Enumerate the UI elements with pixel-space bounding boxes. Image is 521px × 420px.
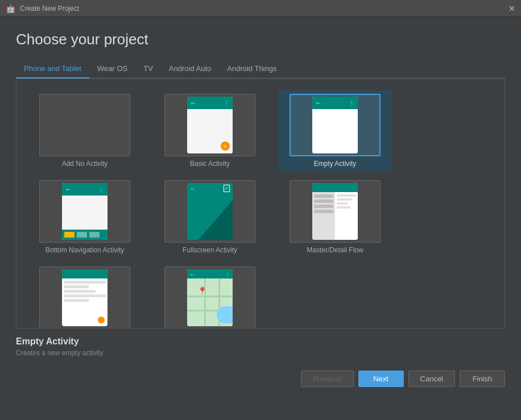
tab-android-auto[interactable]: Android Auto <box>161 60 219 78</box>
map-road <box>187 296 233 297</box>
map-road <box>204 278 206 326</box>
activity-fullscreen[interactable]: ← ⤢ Fullscreen Activity <box>153 177 267 257</box>
close-button[interactable]: ✕ <box>508 5 515 13</box>
activity-maps[interactable]: ← ⋮ 📍 <box>153 263 267 328</box>
activity-bottom-nav[interactable]: ← ⋮ Bottom Navigation Activity <box>28 177 142 257</box>
bottom-nav-phone-mockup: ← ⋮ <box>62 183 107 240</box>
nav-drawer-thumb <box>39 267 130 328</box>
selected-activity-info: Empty Activity Creates a new empty activ… <box>0 328 521 365</box>
map-water <box>217 306 233 323</box>
back-arrow-icon: ← <box>315 99 322 107</box>
empty-activity-label: Empty Activity <box>314 160 357 168</box>
main-content: Choose your project Phone and Tablet Wea… <box>0 17 521 328</box>
buttons-bar: Previous Next Cancel Finish <box>0 365 521 396</box>
nav-drawer-phone-mockup <box>62 269 107 326</box>
fullscreen-label: Fullscreen Activity <box>183 246 237 254</box>
master-list <box>312 192 335 240</box>
window-title: Create New Project <box>20 5 79 13</box>
fullscreen-phone-mockup: ← ⤢ <box>187 183 233 240</box>
basic-activity-label: Basic Activity <box>190 160 230 168</box>
title-bar-left: 🤖 Create New Project <box>6 4 79 13</box>
title-bar: 🤖 Create New Project ✕ <box>0 0 521 17</box>
previous-button[interactable]: Previous <box>301 371 354 387</box>
master-detail-header <box>312 183 358 192</box>
maps-back-icon: ← <box>189 271 195 277</box>
cancel-button[interactable]: Cancel <box>408 371 455 387</box>
back-arrow-icon: ← <box>65 185 72 193</box>
tab-wear-os[interactable]: Wear OS <box>89 60 135 78</box>
menu-dots-icon: ⋮ <box>98 186 105 193</box>
activity-no-activity[interactable]: Add No Activity <box>28 90 142 171</box>
fullscreen-thumb: ← ⤢ <box>164 180 255 243</box>
menu-dots-icon: ⋮ <box>349 100 355 106</box>
maps-thumb: ← ⋮ 📍 <box>164 267 255 328</box>
basic-phone-mockup: ← ⋮ + <box>187 97 233 153</box>
activity-nav-drawer[interactable]: Navigation Drawer Activity <box>28 263 142 328</box>
android-icon: 🤖 <box>6 4 15 13</box>
selected-activity-name: Empty Activity <box>16 336 505 347</box>
activity-grid-container[interactable]: Add No Activity ← ⋮ + Basic Activity <box>16 78 505 328</box>
maps-dots-icon: ⋮ <box>225 272 230 277</box>
empty-activity-thumb: ← ⋮ <box>290 94 381 156</box>
tab-android-things[interactable]: Android Things <box>219 60 284 78</box>
expand-icon: ⤢ <box>224 185 230 192</box>
detail-pane <box>335 192 358 240</box>
activity-grid: Add No Activity ← ⋮ + Basic Activity <box>28 90 493 328</box>
maps-phone-mockup: ← ⋮ 📍 <box>187 269 233 326</box>
activity-basic[interactable]: ← ⋮ + Basic Activity <box>153 90 267 171</box>
no-activity-thumb <box>39 94 130 156</box>
tab-phone-tablet[interactable]: Phone and Tablet <box>16 60 89 78</box>
tabs-container: Phone and Tablet Wear OS TV Android Auto… <box>16 60 505 78</box>
master-detail-thumb <box>290 180 381 243</box>
bottom-nav-thumb: ← ⋮ <box>39 180 130 243</box>
activity-empty[interactable]: ← ⋮ Empty Activity <box>278 90 392 171</box>
menu-dots-icon: ⋮ <box>224 100 230 106</box>
next-button[interactable]: Next <box>358 371 404 387</box>
nav-drawer-fab-icon <box>98 317 105 323</box>
tab-tv[interactable]: TV <box>135 60 161 78</box>
master-detail-phone-mockup <box>312 183 358 240</box>
map-pin-icon: 📍 <box>197 286 207 296</box>
page-title: Choose your project <box>16 31 505 48</box>
selected-activity-description: Creates a new empty activity <box>16 349 505 357</box>
master-detail-label: Master/Detail Flow <box>307 246 363 254</box>
no-activity-label: Add No Activity <box>62 160 108 168</box>
activity-master-detail[interactable]: Master/Detail Flow <box>278 177 392 257</box>
finish-button[interactable]: Finish <box>460 371 505 387</box>
empty-phone-mockup: ← ⋮ <box>312 97 358 153</box>
back-arrow-icon: ← <box>190 99 197 107</box>
basic-activity-thumb: ← ⋮ + <box>164 94 255 156</box>
fab-icon: + <box>221 142 230 151</box>
fullscreen-diagonal <box>199 200 233 240</box>
bottom-nav-label: Bottom Navigation Activity <box>46 246 125 254</box>
back-icon: ← <box>190 185 196 192</box>
